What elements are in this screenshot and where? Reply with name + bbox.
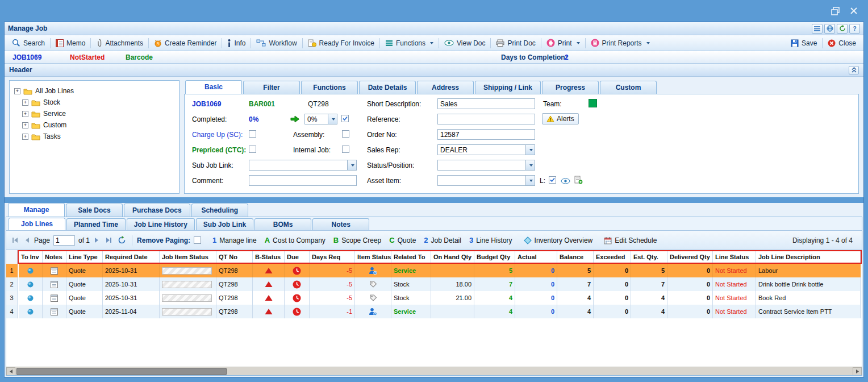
tab-boms[interactable]: BOMs (254, 218, 311, 230)
column-header-notes[interactable]: Notes (43, 251, 66, 263)
column-header-job-line-description[interactable]: Job Line Description (756, 251, 861, 263)
tab-manage[interactable]: Manage (8, 203, 65, 217)
notes-icon[interactable] (51, 308, 58, 315)
scroll-left-icon[interactable] (6, 367, 15, 375)
create-reminder-button[interactable]: Create Reminder (150, 36, 220, 50)
asset-item-select[interactable] (437, 175, 535, 186)
l-checkbox[interactable] (549, 176, 556, 184)
column-header-line-type[interactable]: Line Type (66, 251, 103, 263)
tab-basic[interactable]: Basic (185, 80, 242, 94)
sales-rep-select[interactable]: DEALER (437, 144, 535, 155)
column-header-delivered-qty[interactable]: Delivered Qty (667, 251, 713, 263)
view-asset-eye-icon[interactable] (561, 178, 570, 184)
column-header-related-to[interactable]: Related To (391, 251, 431, 263)
column-header-on-hand-qty[interactable]: On Hand Qty (431, 251, 474, 263)
collapse-header-icon[interactable] (849, 66, 859, 74)
column-header-actual[interactable]: Actual (515, 251, 557, 263)
table-row[interactable]: 2Quote2025-10-31QT298-5Stock18.00707070N… (6, 277, 862, 291)
tab-job-lines[interactable]: Job Lines (9, 218, 65, 230)
refresh-grid-icon[interactable] (116, 236, 127, 244)
last-page-icon[interactable] (104, 237, 113, 243)
tree-item-service[interactable]: +Service (10, 108, 179, 119)
horizontal-scrollbar[interactable] (6, 367, 862, 375)
edit-schedule-button[interactable]: Edit Schedule (604, 236, 657, 244)
column-header-to-inv[interactable]: To Inv (19, 251, 43, 263)
inventory-overview-button[interactable]: Inventory Overview (524, 236, 593, 244)
legend-item-line-history[interactable]: 3Line History (469, 236, 512, 244)
print-reports-button[interactable]: Print Reports (587, 36, 654, 50)
legend-item-cost-to-company[interactable]: ACost to Company (265, 236, 326, 244)
page-number-input[interactable] (53, 235, 75, 246)
notes-icon[interactable] (51, 267, 58, 275)
expand-icon[interactable]: + (22, 122, 28, 128)
completed-checkbox[interactable] (341, 115, 349, 122)
column-header-exceeded[interactable]: Exceeded (594, 251, 631, 263)
column-header-budget-qty[interactable]: Budget Qty (474, 251, 515, 263)
notes-icon[interactable] (51, 280, 58, 288)
table-row[interactable]: 3Quote2025-10-31QT298-5Stock21.00404040N… (6, 291, 862, 305)
column-header-days-req[interactable]: Days Req (310, 251, 355, 263)
to-inv-icon[interactable] (27, 295, 34, 301)
sub-job-link-select[interactable] (249, 160, 357, 171)
close-button[interactable]: Close (824, 36, 860, 50)
legend-item-scope-creep[interactable]: BScope Creep (333, 236, 381, 244)
first-page-icon[interactable] (11, 237, 20, 243)
column-header-balance[interactable]: Balance (557, 251, 594, 263)
workflow-button[interactable]: Workflow (252, 36, 301, 50)
tab-planned-time[interactable]: Planned Time (66, 218, 126, 230)
memo-button[interactable]: Memo (52, 36, 89, 50)
tree-item-tasks[interactable]: +Tasks (10, 131, 179, 142)
tab-job-line-history[interactable]: Job Line History (127, 218, 195, 230)
next-page-icon[interactable] (93, 237, 101, 243)
tree-item-custom[interactable]: +Custom (10, 119, 179, 131)
tab-notes[interactable]: Notes (312, 218, 369, 230)
tab-functions[interactable]: Functions (301, 81, 358, 94)
previous-page-icon[interactable] (23, 237, 31, 243)
attachments-button[interactable]: Attachments (92, 36, 147, 50)
legend-item-manage-line[interactable]: 1Manage line (212, 236, 257, 244)
to-inv-icon[interactable] (27, 309, 34, 315)
to-inv-icon[interactable] (27, 281, 34, 288)
print-button[interactable]: Print (542, 36, 584, 50)
charge-up-checkbox[interactable] (249, 130, 256, 138)
expand-icon[interactable]: + (22, 99, 28, 106)
comment-input[interactable] (249, 175, 357, 186)
column-header-item-status[interactable]: Item Status (355, 251, 391, 263)
tab-sale-docs[interactable]: Sale Docs (66, 204, 123, 217)
add-document-icon[interactable] (574, 176, 583, 184)
ready-for-invoice-button[interactable]: Ready For Invoice (304, 36, 378, 50)
tree-item-stock[interactable]: +Stock (10, 97, 179, 108)
close-window-icon[interactable] (850, 7, 858, 15)
column-header-due[interactable]: Due (285, 251, 310, 263)
prepriced-checkbox[interactable] (249, 146, 256, 153)
reference-input[interactable] (437, 114, 535, 124)
tab-custom[interactable]: Custom (600, 81, 657, 94)
tab-filter[interactable]: Filter (243, 81, 300, 94)
table-row[interactable]: 4Quote2025-11-04QT298-1Service404040Not … (6, 305, 862, 318)
column-header-qt-no[interactable]: QT No (216, 251, 253, 263)
column-header-line-status[interactable]: Line Status (713, 251, 756, 263)
tab-sub-job-link[interactable]: Sub Job Link (196, 218, 253, 230)
table-row[interactable]: 1Quote2025-10-31QT298-5Service505050Not … (6, 264, 862, 277)
advance-status-icon[interactable] (290, 115, 300, 123)
internal-job-checkbox[interactable] (342, 146, 349, 153)
short-description-input[interactable] (437, 98, 535, 109)
tab-address[interactable]: Address (417, 81, 474, 94)
save-button[interactable]: Save (787, 36, 821, 50)
tab-progress[interactable]: Progress (542, 81, 599, 94)
restore-window-icon[interactable] (831, 7, 840, 15)
completed-select[interactable]: 0% (304, 114, 337, 124)
help-icon[interactable]: ? (849, 24, 860, 34)
tab-purchase-docs[interactable]: Purchase Docs (124, 204, 190, 217)
tab-shipping-link[interactable]: Shipping / Link (475, 81, 541, 94)
legend-item-job-detail[interactable]: 2Job Detail (424, 236, 461, 244)
assembly-checkbox[interactable] (342, 130, 349, 138)
column-header-job-item-status[interactable]: Job Item Status (160, 251, 216, 263)
scroll-right-icon[interactable] (853, 367, 862, 375)
expand-icon[interactable]: + (14, 88, 20, 94)
info-button[interactable]: Info (223, 36, 249, 50)
legend-item-quote[interactable]: CQuote (389, 236, 416, 244)
remove-paging-checkbox[interactable] (194, 236, 201, 244)
search-button[interactable]: Search (8, 36, 49, 50)
column-header-b-status[interactable]: B-Status (253, 251, 285, 263)
